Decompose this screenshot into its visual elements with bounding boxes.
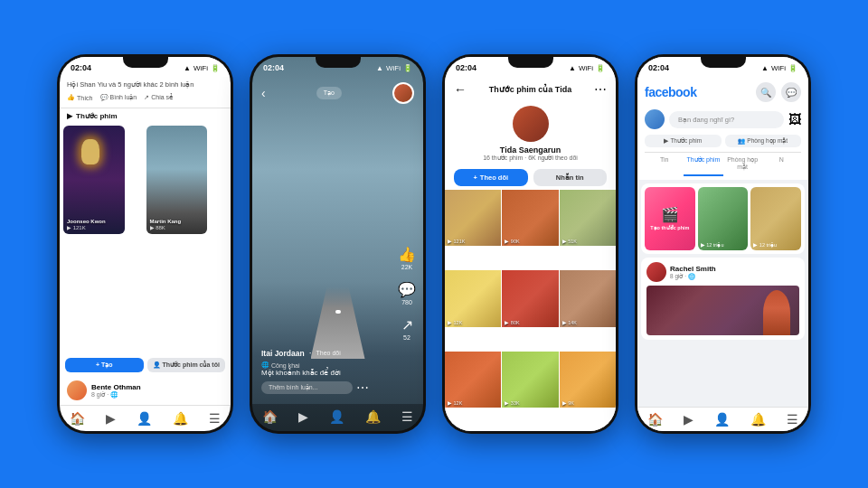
reels-shortcut-icon: ▶ xyxy=(664,137,668,145)
fb-reel-create-card[interactable]: 🎬 Tạo thước phim xyxy=(645,187,695,250)
comment-btn[interactable]: 💬 Bình luận xyxy=(100,94,137,101)
reel-share-action[interactable]: ↗ 52 xyxy=(401,316,413,341)
photo-icon[interactable]: 🖼 xyxy=(788,112,801,127)
share-btn[interactable]: ↗ Chia sẻ xyxy=(144,94,173,101)
phone-2: 02:04 ▲ WiFi 🔋 ‹ Tạo xyxy=(250,54,426,434)
rthumb-2-views: ▶ 90K xyxy=(505,239,519,244)
fb-reel-outdoor-card[interactable]: ▶ 12 triệu xyxy=(750,187,801,250)
wifi-icon-3: WiFi xyxy=(579,64,593,72)
rthumb-3[interactable]: ▶ 51K xyxy=(560,190,616,246)
rthumb-2[interactable]: ▶ 90K xyxy=(502,190,558,246)
reel-title-btn[interactable]: Tạo xyxy=(316,87,342,99)
reel-comment-action[interactable]: 💬 780 xyxy=(398,281,416,305)
like-icon: 👍 xyxy=(398,246,416,263)
reel-thumb-1-bg xyxy=(63,126,125,234)
rooms-shortcut-icon: 👥 xyxy=(738,137,745,145)
nav-menu-4[interactable]: ☰ xyxy=(787,412,798,427)
rthumb-6[interactable]: ▶ 14K xyxy=(560,270,616,326)
fb-header: facebook 🔍 💬 Bạn đang nghĩ gì? 🖼 ▶ xyxy=(637,77,808,180)
rthumb-7-bg xyxy=(445,352,501,408)
reel-caption: Một khoảnh khắc để đời xyxy=(261,369,369,377)
nav-profile-4[interactable]: 👤 xyxy=(714,412,730,427)
phone2-content: ‹ Tạo 👍 22K 💬 780 ↗ 52 xyxy=(252,57,423,431)
profile-back-btn[interactable]: ← xyxy=(454,82,467,97)
fb-reel-nature-card[interactable]: ▶ 12 triệu xyxy=(698,187,749,250)
reel-follow-text[interactable]: Theo dõi xyxy=(316,350,341,356)
rthumb-2-bg xyxy=(502,190,558,246)
phone-4: 02:04 ▲ WiFi 🔋 facebook 🔍 💬 xyxy=(635,54,811,434)
nav-notif-4[interactable]: 🔔 xyxy=(750,412,766,427)
rthumb-6-views: ▶ 14K xyxy=(562,320,577,325)
fb-post-card-header: Rachel Smith 8 giờ · 🌐 xyxy=(646,262,799,282)
tab-tin[interactable]: Tin xyxy=(645,153,684,176)
reel-public: 🌐 Công khai xyxy=(261,361,369,369)
comment-icon: 💬 xyxy=(398,281,416,298)
status-bar-4: 02:04 ▲ WiFi 🔋 xyxy=(637,57,808,77)
profile-action-row: + Theo dõi Nhắn tin xyxy=(445,165,616,190)
rthumb-7[interactable]: ▶ 12K xyxy=(445,352,501,408)
status-bar-2: 02:04 ▲ WiFi 🔋 xyxy=(252,57,423,77)
reel-more-btn[interactable]: ⋯ xyxy=(356,380,369,395)
rthumb-4[interactable]: ▶ 12K xyxy=(445,270,501,326)
fb-reel-outdoor-views: ▶ 12 triệu xyxy=(753,242,777,248)
fb-nav-tabs: Tin Thước phim Phòng họp mặt N xyxy=(645,152,801,176)
post-user-row: Bente Othman 8 giờ · 🌐 xyxy=(60,376,231,405)
reels-section-icon: ▶ xyxy=(67,112,72,120)
rooms-shortcut[interactable]: 👥 Phòng họp mặt xyxy=(725,135,802,147)
nav-reels-1[interactable]: ▶ xyxy=(106,411,116,426)
reel-right-actions: 👍 22K 💬 780 ↗ 52 xyxy=(398,246,416,341)
phones-container: 02:04 ▲ WiFi 🔋 Hội Shan Yiu và 5 người k… xyxy=(39,36,829,452)
rthumb-3-views: ▶ 51K xyxy=(562,239,577,244)
tab-rooms[interactable]: Phòng họp mặt xyxy=(723,153,762,176)
search-icon[interactable]: 🔍 xyxy=(756,82,776,102)
tab-reels[interactable]: Thước phim xyxy=(684,153,722,176)
status-time-2: 02:04 xyxy=(263,63,284,72)
reel-like-action[interactable]: 👍 22K xyxy=(398,246,416,270)
reel-comment-input[interactable]: Thêm bình luận... xyxy=(261,381,353,394)
fb-post-input[interactable]: Bạn đang nghĩ gì? xyxy=(669,111,784,128)
reel-thumb-1[interactable]: Joonseo Kwon ▶ 121K xyxy=(63,126,125,234)
profile-avatar xyxy=(513,106,549,142)
reel-2-label: Martin Kang ▶ 88K xyxy=(150,219,204,230)
nav-profile-2[interactable]: 👤 xyxy=(329,409,344,424)
follow-btn[interactable]: + Theo dõi xyxy=(454,169,528,186)
nav-notif-1[interactable]: 🔔 xyxy=(173,411,188,426)
create-reel-btn[interactable]: + Tạo xyxy=(65,358,144,372)
person-silhouette xyxy=(763,290,790,335)
fb-reel-create-bg: 🎬 Tạo thước phim xyxy=(645,187,695,250)
reel-back-btn[interactable]: ‹ xyxy=(261,86,266,100)
fb-actions: 👍 Thích 💬 Bình luận ↗ Chia sẻ xyxy=(67,91,223,104)
nav-reels-4[interactable]: ▶ xyxy=(684,412,693,427)
signal-icon-3: ▲ xyxy=(569,64,576,72)
globe-icon: 🌐 xyxy=(261,361,269,369)
reels-shortcut[interactable]: ▶ Thước phim xyxy=(645,135,722,147)
nav-home-2[interactable]: 🏠 xyxy=(262,409,278,424)
fb-reel-outdoor-bg xyxy=(750,187,801,250)
like-count: 22K xyxy=(401,264,412,270)
nav-home-1[interactable]: 🏠 xyxy=(70,411,85,426)
message-btn[interactable]: Nhắn tin xyxy=(533,169,608,186)
messenger-icon[interactable]: 💬 xyxy=(781,82,801,102)
tab-more[interactable]: N xyxy=(762,153,801,176)
fb-post-card: Rachel Smith 8 giờ · 🌐 xyxy=(641,258,805,340)
rthumb-8[interactable]: ▶ 33K xyxy=(502,352,558,408)
nav-notif-2[interactable]: 🔔 xyxy=(365,409,381,424)
rthumb-4-bg xyxy=(445,270,501,326)
rthumb-9[interactable]: ▶ 9K xyxy=(560,352,616,408)
rthumb-5[interactable]: ▶ 80K xyxy=(502,270,558,326)
nav-menu-1[interactable]: ☰ xyxy=(209,411,221,426)
reel-thumb-2[interactable]: Martin Kang ▶ 88K xyxy=(146,126,208,234)
nav-reels-2[interactable]: ▶ xyxy=(298,409,308,424)
nav-menu-2[interactable]: ☰ xyxy=(401,409,413,424)
rthumb-6-bg xyxy=(560,270,616,326)
phone-3: 02:04 ▲ WiFi 🔋 ← Thước phim của Tida ⋯ T… xyxy=(442,54,618,434)
profile-more-btn[interactable]: ⋯ xyxy=(594,82,607,97)
profile-title: Thước phim của Tida xyxy=(489,85,571,94)
rthumb-9-bg xyxy=(560,352,616,408)
like-btn[interactable]: 👍 Thích xyxy=(67,94,93,101)
my-reels-btn[interactable]: 👤 Thước phim của tôi xyxy=(147,358,226,372)
rthumb-1[interactable]: ▶ 121K xyxy=(445,190,501,246)
nav-profile-1[interactable]: 👤 xyxy=(137,411,152,426)
reels-grid: Joonseo Kwon ▶ 121K Martin Kang ▶ 88K xyxy=(60,124,231,354)
nav-home-4[interactable]: 🏠 xyxy=(647,412,663,427)
